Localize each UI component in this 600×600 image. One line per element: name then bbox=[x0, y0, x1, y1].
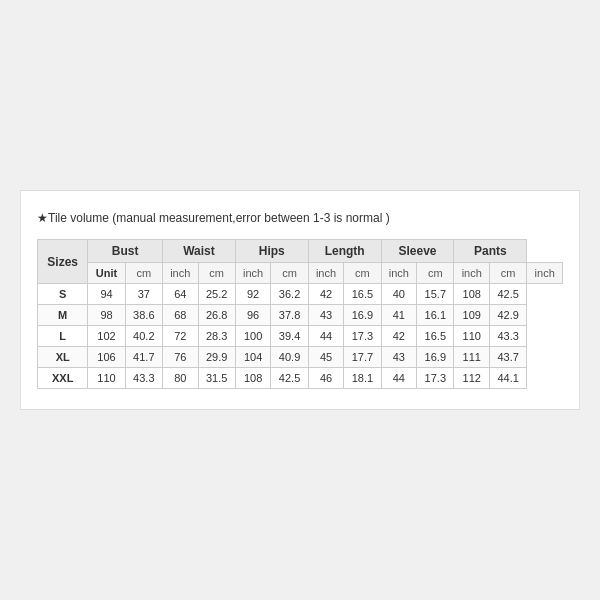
table-cell: 109 bbox=[454, 305, 490, 326]
table-cell: 43 bbox=[381, 347, 417, 368]
col-sleeve: Sleeve bbox=[381, 240, 454, 263]
table-cell: 42.5 bbox=[490, 284, 527, 305]
table-row: XL10641.77629.910440.94517.74316.911143.… bbox=[38, 347, 563, 368]
table-row: M9838.66826.89637.84316.94116.110942.9 bbox=[38, 305, 563, 326]
table-cell: 42 bbox=[308, 284, 344, 305]
table-cell: 43 bbox=[308, 305, 344, 326]
table-row: S94376425.29236.24216.54015.710842.5 bbox=[38, 284, 563, 305]
table-cell: 45 bbox=[308, 347, 344, 368]
table-cell: 17.7 bbox=[344, 347, 381, 368]
table-cell: 40.2 bbox=[125, 326, 162, 347]
table-cell: 16.5 bbox=[417, 326, 454, 347]
table-cell: 16.5 bbox=[344, 284, 381, 305]
table-cell: 44 bbox=[381, 368, 417, 389]
table-cell: 112 bbox=[454, 368, 490, 389]
table-cell: 36.2 bbox=[271, 284, 308, 305]
table-cell: 31.5 bbox=[198, 368, 235, 389]
col-waist: Waist bbox=[162, 240, 235, 263]
size-chart-container: ★Tile volume (manual measurement,error b… bbox=[20, 190, 580, 410]
table-cell: L bbox=[38, 326, 88, 347]
unit-row: Unit cm inch cm inch cm inch cm inch cm … bbox=[38, 263, 563, 284]
table-cell: 15.7 bbox=[417, 284, 454, 305]
table-cell: XXL bbox=[38, 368, 88, 389]
measurement-note: ★Tile volume (manual measurement,error b… bbox=[37, 211, 563, 225]
table-cell: 102 bbox=[88, 326, 125, 347]
table-cell: 43.3 bbox=[490, 326, 527, 347]
table-row: L10240.27228.310039.44417.34216.511043.3 bbox=[38, 326, 563, 347]
table-cell: 29.9 bbox=[198, 347, 235, 368]
table-cell: 43.3 bbox=[125, 368, 162, 389]
table-cell: 94 bbox=[88, 284, 125, 305]
table-cell: 111 bbox=[454, 347, 490, 368]
unit-cm-hips: cm bbox=[271, 263, 308, 284]
unit-label: cm bbox=[125, 263, 162, 284]
table-cell: 41.7 bbox=[125, 347, 162, 368]
table-cell: 39.4 bbox=[271, 326, 308, 347]
col-pants: Pants bbox=[454, 240, 527, 263]
table-cell: 46 bbox=[308, 368, 344, 389]
unit-cm-pants: cm bbox=[490, 263, 527, 284]
unit-main-label: Unit bbox=[88, 263, 125, 284]
table-cell: 44.1 bbox=[490, 368, 527, 389]
table-cell: 16.1 bbox=[417, 305, 454, 326]
table-cell: 42.5 bbox=[271, 368, 308, 389]
table-cell: 92 bbox=[235, 284, 271, 305]
unit-inch-sleeve: inch bbox=[454, 263, 490, 284]
table-cell: 38.6 bbox=[125, 305, 162, 326]
table-cell: 17.3 bbox=[417, 368, 454, 389]
table-cell: 37.8 bbox=[271, 305, 308, 326]
unit-cm-waist: cm bbox=[198, 263, 235, 284]
unit-inch-hips: inch bbox=[308, 263, 344, 284]
table-cell: 17.3 bbox=[344, 326, 381, 347]
table-cell: 26.8 bbox=[198, 305, 235, 326]
table-cell: 42 bbox=[381, 326, 417, 347]
unit-inch-waist: inch bbox=[235, 263, 271, 284]
table-cell: 100 bbox=[235, 326, 271, 347]
col-hips: Hips bbox=[235, 240, 308, 263]
table-cell: 104 bbox=[235, 347, 271, 368]
table-cell: 42.9 bbox=[490, 305, 527, 326]
table-cell: 72 bbox=[162, 326, 198, 347]
table-cell: 106 bbox=[88, 347, 125, 368]
table-cell: 64 bbox=[162, 284, 198, 305]
table-cell: 41 bbox=[381, 305, 417, 326]
unit-inch-length: inch bbox=[381, 263, 417, 284]
table-cell: 110 bbox=[454, 326, 490, 347]
table-cell: 68 bbox=[162, 305, 198, 326]
table-cell: 37 bbox=[125, 284, 162, 305]
table-cell: M bbox=[38, 305, 88, 326]
unit-cm-length: cm bbox=[344, 263, 381, 284]
table-cell: S bbox=[38, 284, 88, 305]
table-cell: 108 bbox=[454, 284, 490, 305]
table-cell: 80 bbox=[162, 368, 198, 389]
col-length: Length bbox=[308, 240, 381, 263]
table-cell: 28.3 bbox=[198, 326, 235, 347]
unit-cm-sleeve: cm bbox=[417, 263, 454, 284]
table-cell: 110 bbox=[88, 368, 125, 389]
size-table: Sizes Bust Waist Hips Length Sleeve Pant… bbox=[37, 239, 563, 389]
table-cell: 96 bbox=[235, 305, 271, 326]
col-sizes: Sizes bbox=[38, 240, 88, 284]
table-cell: 40.9 bbox=[271, 347, 308, 368]
unit-inch-pants: inch bbox=[527, 263, 563, 284]
unit-inch-bust: inch bbox=[162, 263, 198, 284]
header-row: Sizes Bust Waist Hips Length Sleeve Pant… bbox=[38, 240, 563, 263]
table-cell: 40 bbox=[381, 284, 417, 305]
table-row: XXL11043.38031.510842.54618.14417.311244… bbox=[38, 368, 563, 389]
table-cell: 18.1 bbox=[344, 368, 381, 389]
table-cell: 98 bbox=[88, 305, 125, 326]
table-cell: 76 bbox=[162, 347, 198, 368]
table-cell: 25.2 bbox=[198, 284, 235, 305]
table-cell: 44 bbox=[308, 326, 344, 347]
table-cell: 43.7 bbox=[490, 347, 527, 368]
table-cell: 108 bbox=[235, 368, 271, 389]
table-cell: 16.9 bbox=[417, 347, 454, 368]
col-bust: Bust bbox=[88, 240, 163, 263]
table-cell: XL bbox=[38, 347, 88, 368]
table-cell: 16.9 bbox=[344, 305, 381, 326]
